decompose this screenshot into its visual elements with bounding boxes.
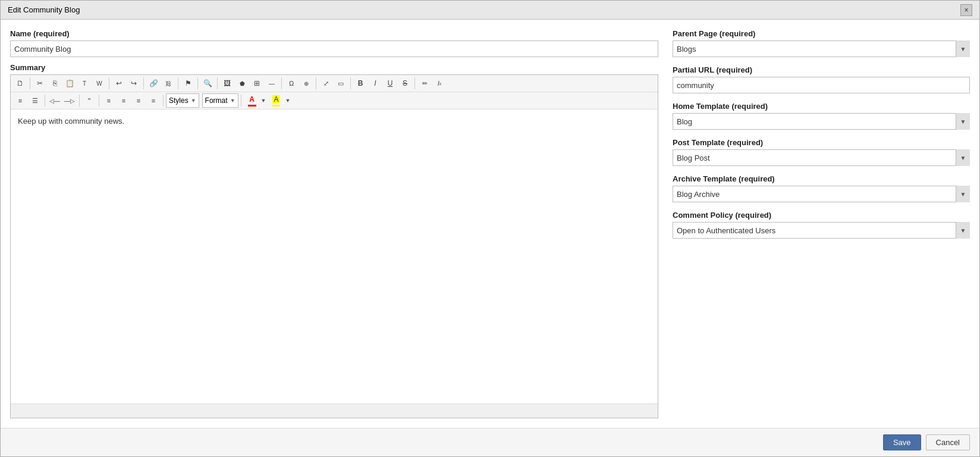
styles-label: Styles [169, 96, 189, 105]
fullscreen-icon[interactable]: ⤢ [319, 76, 333, 90]
post-template-wrapper: Blog Post ▼ [673, 149, 970, 166]
italic-icon[interactable]: I [368, 76, 382, 90]
font-color-label: A [249, 95, 255, 104]
parent-page-wrapper: Blogs ▼ [673, 40, 970, 57]
edit-community-blog-dialog: Edit Community Blog × Name (required) Su… [0, 0, 980, 457]
partial-url-label: Partial URL (required) [673, 65, 970, 74]
toolbar-row-1: 🗋 ✂ ⎘ 📋 T W ↩ ↪ 🔗 ⛓ ⚑ [11, 75, 658, 92]
paste-text-icon[interactable]: T [77, 76, 92, 90]
flash-icon[interactable]: ⬟ [235, 76, 249, 90]
save-button[interactable]: Save [883, 434, 921, 450]
sep-5 [197, 77, 198, 89]
unlink-icon[interactable]: ⛓ [161, 76, 175, 90]
highlight-dropdown-arrow[interactable]: ▼ [285, 98, 290, 104]
styles-dropdown-arrow: ▼ [191, 98, 196, 104]
home-template-label: Home Template (required) [673, 102, 970, 111]
comment-policy-select[interactable]: Open to Authenticated Users Open to All … [673, 222, 970, 239]
increase-indent-icon[interactable]: —▷ [62, 93, 77, 108]
home-template-wrapper: Blog ▼ [673, 113, 970, 130]
sep-3 [143, 77, 144, 89]
left-panel: Name (required) Summary 🗋 ✂ ⎘ 📋 T W [10, 29, 658, 418]
blockquote-icon[interactable]: " [82, 93, 96, 108]
strikethrough-icon[interactable]: S [398, 76, 412, 90]
copy-icon[interactable]: ⎘ [48, 76, 62, 90]
undo-icon[interactable]: ↩ [112, 76, 126, 90]
highlight-color-button[interactable]: A [268, 93, 284, 108]
redo-icon[interactable]: ↪ [127, 76, 141, 90]
partial-url-input[interactable] [673, 77, 970, 93]
sep-2 [109, 77, 109, 89]
decrease-indent-icon[interactable]: ◁— [48, 93, 62, 108]
sep-9 [350, 77, 351, 89]
archive-template-wrapper: Blog Archive ▼ [673, 186, 970, 202]
name-label: Name (required) [10, 29, 658, 38]
sep-13 [99, 95, 99, 107]
sep-7 [281, 77, 282, 89]
format-label: Format [205, 96, 228, 105]
cancel-button[interactable]: Cancel [926, 434, 970, 450]
parent-page-select[interactable]: Blogs [673, 40, 970, 57]
font-color-button[interactable]: A [244, 93, 260, 108]
post-template-label: Post Template (required) [673, 138, 970, 147]
styles-dropdown[interactable]: Styles ▼ [166, 93, 199, 108]
highlight-underline [272, 105, 280, 107]
dialog-title-bar: Edit Community Blog × [1, 1, 979, 20]
toolbar-row-2: ≡ ☰ ◁— —▷ " ≡ ≡ ≡ ≡ Style [11, 92, 658, 109]
flag-icon[interactable]: ⚑ [181, 76, 195, 90]
link-icon[interactable]: 🔗 [146, 76, 161, 90]
close-button[interactable]: × [960, 4, 972, 16]
home-template-select[interactable]: Blog [673, 113, 970, 130]
unordered-list-icon[interactable]: ☰ [28, 93, 42, 108]
underline-icon[interactable]: U [383, 76, 397, 90]
horizontal-rule-icon[interactable]: — [265, 76, 279, 90]
sep-15 [241, 95, 241, 107]
paste-icon[interactable]: 📋 [62, 76, 77, 90]
partial-url-group: Partial URL (required) [673, 65, 970, 93]
pencil-icon[interactable]: ✏ [417, 76, 432, 90]
new-doc-icon[interactable]: 🗋 [13, 76, 27, 90]
special-char-icon[interactable]: Ω [284, 76, 299, 90]
align-right-icon[interactable]: ≡ [131, 93, 146, 108]
post-template-group: Post Template (required) Blog Post ▼ [673, 138, 970, 166]
post-template-select[interactable]: Blog Post [673, 149, 970, 166]
table-icon[interactable]: ⊞ [250, 76, 264, 90]
editor-text: Keep up with community news. [18, 117, 124, 126]
show-blocks-icon[interactable]: ▭ [334, 76, 348, 90]
sep-10 [414, 77, 415, 89]
comment-policy-wrapper: Open to Authenticated Users Open to All … [673, 222, 970, 239]
comment-policy-label: Comment Policy (required) [673, 211, 970, 220]
highlight-label: A [272, 95, 279, 104]
find-icon[interactable]: 🔍 [200, 76, 215, 90]
sep-14 [163, 95, 164, 107]
image-icon[interactable]: 🖼 [220, 76, 234, 90]
remove-format-icon[interactable]: Ix [432, 76, 447, 90]
align-center-icon[interactable]: ≡ [117, 93, 131, 108]
dialog-footer: Save Cancel [1, 428, 979, 456]
dialog-body: Name (required) Summary 🗋 ✂ ⎘ 📋 T W [1, 20, 979, 428]
parent-page-label: Parent Page (required) [673, 29, 970, 38]
sep-8 [316, 77, 316, 89]
right-panel: Parent Page (required) Blogs ▼ Partial U… [673, 29, 970, 418]
iframe-icon[interactable]: ⊕ [299, 76, 313, 90]
font-color-dropdown-arrow[interactable]: ▼ [261, 98, 266, 104]
archive-template-select[interactable]: Blog Archive [673, 186, 970, 202]
name-input[interactable] [10, 40, 658, 57]
bold-icon[interactable]: B [353, 76, 368, 90]
home-template-group: Home Template (required) Blog ▼ [673, 102, 970, 130]
format-dropdown[interactable]: Format ▼ [202, 93, 238, 108]
font-color-underline [248, 105, 256, 107]
archive-template-group: Archive Template (required) Blog Archive… [673, 174, 970, 202]
cut-icon[interactable]: ✂ [33, 76, 47, 90]
justify-icon[interactable]: ≡ [146, 93, 161, 108]
rich-text-editor: 🗋 ✂ ⎘ 📋 T W ↩ ↪ 🔗 ⛓ ⚑ [10, 74, 658, 418]
sep-12 [79, 95, 80, 107]
sep-4 [178, 77, 178, 89]
ordered-list-icon[interactable]: ≡ [13, 93, 27, 108]
comment-policy-group: Comment Policy (required) Open to Authen… [673, 211, 970, 239]
editor-content-area[interactable]: Keep up with community news. [11, 109, 658, 403]
summary-label: Summary [10, 63, 658, 72]
paste-word-icon[interactable]: W [92, 76, 106, 90]
align-left-icon[interactable]: ≡ [102, 93, 116, 108]
sep-1 [30, 77, 30, 89]
archive-template-label: Archive Template (required) [673, 174, 970, 183]
